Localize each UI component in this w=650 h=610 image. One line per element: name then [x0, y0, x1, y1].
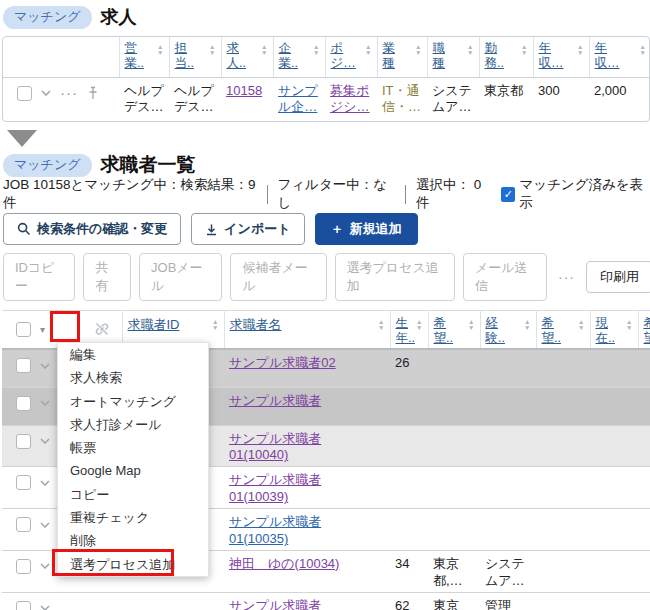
menu-item-auto-matching[interactable]: オートマッチング	[58, 390, 208, 413]
cell-income-min: 300	[533, 77, 589, 121]
select-all-checkbox[interactable]	[16, 322, 31, 337]
unlink-icon	[94, 321, 110, 337]
col-experience[interactable]: 経 験..	[480, 311, 536, 350]
chevron-down-icon[interactable]	[40, 563, 50, 569]
job-mail-button[interactable]: JOBメール	[139, 253, 222, 301]
menu-item-job-inquiry-mail[interactable]: 求人打診メール	[58, 413, 208, 436]
sort-icon	[468, 316, 477, 330]
sort-icon	[378, 316, 387, 330]
col-hope-1[interactable]: 希 望..	[428, 311, 480, 350]
import-button[interactable]: インポート	[191, 213, 304, 245]
seeker-name-link[interactable]: 神田 ゆの(10034)	[229, 556, 339, 571]
cell-income-max: 2,000	[589, 77, 650, 121]
col-job-id[interactable]: 求 人..	[221, 37, 273, 77]
sort-icon	[577, 41, 586, 55]
sort-icon	[626, 316, 635, 330]
menu-item-report[interactable]: 帳票	[58, 436, 208, 459]
col-income-max[interactable]: 年 収…	[589, 37, 650, 77]
chevron-down-icon[interactable]	[40, 522, 50, 528]
candidate-mail-button[interactable]: 候補者メール	[230, 253, 326, 301]
share-button[interactable]: 共有	[83, 253, 131, 301]
job-id-link[interactable]: 10158	[226, 83, 262, 98]
col-hope-3[interactable]: 希 望..	[638, 311, 650, 350]
chevron-down-icon[interactable]	[40, 363, 50, 369]
row-checkbox[interactable]	[16, 517, 31, 532]
col-current[interactable]: 現 在..	[590, 311, 638, 350]
chevron-down-icon[interactable]	[40, 400, 50, 406]
seeker-name-link[interactable]: サンプル求職者 01(10040)	[229, 431, 321, 463]
col-income-min[interactable]: 年 収…	[533, 37, 589, 77]
menu-item-copy[interactable]: コピー	[58, 483, 208, 506]
sort-icon	[365, 41, 374, 55]
highlight-box-row-menu	[50, 311, 80, 342]
company-link[interactable]: サンプ ル企…	[278, 83, 318, 115]
send-mail-button[interactable]: メール送信	[463, 253, 547, 301]
col-position[interactable]: ポ ジ…	[325, 37, 377, 77]
sort-icon	[578, 316, 587, 330]
col-hope-2[interactable]: 希 望..	[536, 311, 590, 350]
search-conditions-button[interactable]: 検索条件の確認・変更	[3, 213, 181, 245]
menu-item-edit[interactable]: 編集	[58, 343, 208, 366]
cell-location: 東京都	[479, 77, 533, 121]
pin-icon[interactable]	[87, 86, 99, 100]
checked-checkbox-icon[interactable]	[501, 187, 515, 202]
col-sales[interactable]: 営 業..	[119, 37, 169, 77]
row-checkbox[interactable]	[16, 396, 31, 411]
jobs-table: 営 業.. 担 当.. 求 人.. 企 業.. ポ ジ… 業 種 職 種 勤 務…	[2, 36, 650, 122]
col-jobtype[interactable]: 職 種	[427, 37, 479, 77]
caret-down-icon[interactable]: ▾	[40, 324, 45, 335]
jobs-header-row: 営 業.. 担 当.. 求 人.. 企 業.. ポ ジ… 業 種 職 種 勤 務…	[3, 37, 650, 77]
col-company[interactable]: 企 業..	[273, 37, 325, 77]
col-seeker-name[interactable]: 求職者名	[224, 311, 390, 350]
job-row: ··· ヘルプ デス… ヘルプ デス… 10158 サンプ ル企… 募集ポ ジシ…	[3, 77, 650, 121]
chevron-down-icon[interactable]	[40, 605, 50, 610]
show-matched-toggle[interactable]: マッチング済みを表示	[501, 176, 650, 212]
seeker-name-link[interactable]: サンプル求職者 01(10039)	[229, 472, 321, 504]
seekers-title: 求職者一覧	[101, 152, 196, 178]
seeker-name-link[interactable]: サンプル求職者 01(10035)	[229, 514, 321, 546]
id-copy-button[interactable]: IDコピー	[3, 253, 75, 301]
sort-icon	[212, 316, 221, 330]
sort-icon	[209, 41, 218, 55]
row-checkbox[interactable]	[16, 358, 31, 373]
menu-item-google-map[interactable]: Google Map	[58, 459, 208, 482]
sort-icon	[415, 41, 424, 55]
position-link[interactable]: 募集ポ ジシ…	[330, 83, 370, 115]
highlight-box-selection-process	[52, 549, 174, 576]
selected-count-text: 選択中： 0件	[416, 176, 491, 212]
col-birth[interactable]: 生 年..	[390, 311, 428, 350]
table-row[interactable]: サンプル求職者 01(10033) 62 東京 都,… 管理 職,…	[2, 592, 650, 610]
row-checkbox[interactable]	[16, 601, 31, 610]
cell-jobtype: システ ムア…	[427, 77, 479, 121]
chevron-down-icon[interactable]	[41, 90, 51, 96]
chevron-down-icon[interactable]	[40, 438, 50, 444]
selection-process-button[interactable]: 選考プロセス追加	[335, 253, 455, 301]
sort-icon	[313, 41, 322, 55]
matching-status-text: JOB 10158とマッチング中：検索結果：9件	[3, 176, 257, 212]
seeker-name-link[interactable]: サンプル求職者	[229, 393, 321, 408]
col-owner[interactable]: 担 当..	[169, 37, 221, 77]
row-checkbox[interactable]	[17, 86, 32, 101]
menu-item-duplicate-check[interactable]: 重複チェック	[58, 506, 208, 529]
seeker-name-link[interactable]: サンプル求職者02	[229, 355, 336, 370]
row-context-menu: 編集 求人検索 オートマッチング 求人打診メール 帳票 Google Map コ…	[57, 342, 209, 577]
search-icon	[17, 222, 31, 236]
chevron-down-icon[interactable]	[40, 480, 50, 486]
print-button[interactable]: 印刷用	[586, 261, 650, 293]
cell-owner: ヘルプ デス…	[169, 77, 221, 121]
col-industry[interactable]: 業 種	[377, 37, 427, 77]
seekers-header: マッチング 求職者一覧	[3, 152, 650, 178]
menu-item-job-search[interactable]: 求人検索	[58, 366, 208, 389]
sort-icon	[416, 316, 425, 330]
more-actions-icon[interactable]: ···	[555, 269, 578, 285]
cell-industry: IT・通 信・…	[377, 77, 427, 121]
col-location[interactable]: 勤 務..	[479, 37, 533, 77]
row-checkbox[interactable]	[16, 475, 31, 490]
row-checkbox[interactable]	[16, 434, 31, 449]
sort-icon	[640, 41, 649, 55]
row-checkbox[interactable]	[16, 559, 31, 574]
row-menu-icon[interactable]: ···	[60, 88, 78, 98]
seeker-name-link[interactable]: サンプル求職者 01(10033)	[229, 598, 321, 610]
add-new-button[interactable]: ＋ 新規追加	[315, 213, 418, 245]
jobs-title: 求人	[101, 5, 137, 29]
